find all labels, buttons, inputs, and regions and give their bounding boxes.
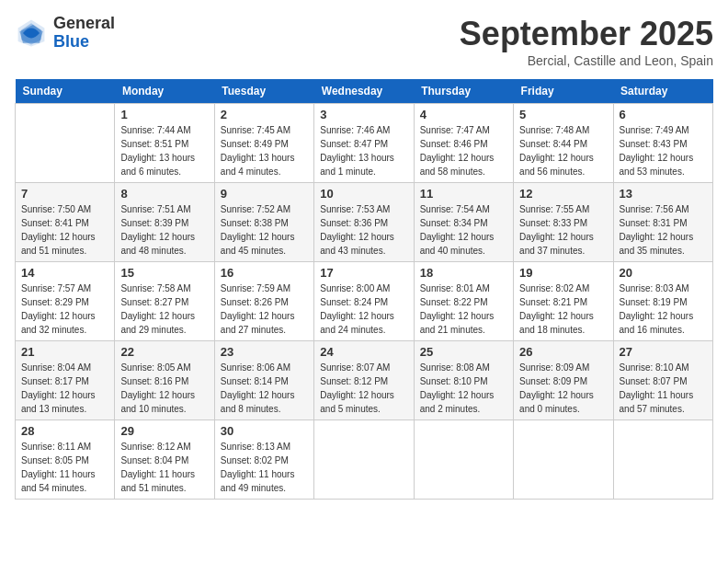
day-header-friday: Friday	[514, 79, 613, 104]
calendar-cell: 7Sunrise: 7:50 AM Sunset: 8:41 PM Daylig…	[16, 183, 115, 262]
calendar-week-row: 1Sunrise: 7:44 AM Sunset: 8:51 PM Daylig…	[16, 104, 713, 183]
day-info: Sunrise: 7:47 AM Sunset: 8:46 PM Dayligh…	[420, 123, 507, 178]
day-number: 17	[320, 266, 407, 280]
calendar-cell: 19Sunrise: 8:02 AM Sunset: 8:21 PM Dayli…	[514, 262, 613, 341]
day-header-tuesday: Tuesday	[214, 79, 313, 104]
header: General Blue September 2025 Bercial, Cas…	[15, 15, 713, 68]
calendar-cell: 26Sunrise: 8:09 AM Sunset: 8:09 PM Dayli…	[514, 341, 613, 420]
day-info: Sunrise: 8:03 AM Sunset: 8:19 PM Dayligh…	[620, 282, 707, 337]
calendar-week-row: 14Sunrise: 7:57 AM Sunset: 8:29 PM Dayli…	[16, 262, 713, 341]
day-info: Sunrise: 7:45 AM Sunset: 8:49 PM Dayligh…	[221, 123, 308, 178]
day-number: 20	[620, 266, 707, 280]
calendar-cell	[514, 420, 613, 500]
day-number: 16	[221, 266, 308, 280]
calendar-cell: 25Sunrise: 8:08 AM Sunset: 8:10 PM Dayli…	[414, 341, 513, 420]
day-info: Sunrise: 7:59 AM Sunset: 8:26 PM Dayligh…	[221, 282, 308, 337]
calendar-cell	[314, 420, 414, 500]
day-number: 14	[21, 266, 108, 280]
calendar-cell: 28Sunrise: 8:11 AM Sunset: 8:05 PM Dayli…	[16, 420, 115, 500]
day-number: 19	[519, 266, 607, 280]
calendar-week-row: 7Sunrise: 7:50 AM Sunset: 8:41 PM Daylig…	[16, 183, 713, 262]
calendar-cell: 15Sunrise: 7:58 AM Sunset: 8:27 PM Dayli…	[115, 262, 214, 341]
calendar-cell: 6Sunrise: 7:49 AM Sunset: 8:43 PM Daylig…	[613, 104, 712, 183]
day-info: Sunrise: 8:07 AM Sunset: 8:12 PM Dayligh…	[320, 361, 407, 416]
day-info: Sunrise: 7:46 AM Sunset: 8:47 PM Dayligh…	[320, 123, 407, 178]
calendar-cell: 17Sunrise: 8:00 AM Sunset: 8:24 PM Dayli…	[314, 262, 414, 341]
calendar-cell: 30Sunrise: 8:13 AM Sunset: 8:02 PM Dayli…	[214, 420, 313, 500]
day-number: 24	[320, 345, 407, 359]
calendar-cell: 20Sunrise: 8:03 AM Sunset: 8:19 PM Dayli…	[613, 262, 712, 341]
day-header-monday: Monday	[115, 79, 214, 104]
calendar-cell: 11Sunrise: 7:54 AM Sunset: 8:34 PM Dayli…	[414, 183, 513, 262]
day-info: Sunrise: 7:44 AM Sunset: 8:51 PM Dayligh…	[120, 123, 208, 178]
day-info: Sunrise: 7:50 AM Sunset: 8:41 PM Dayligh…	[21, 202, 108, 258]
day-number: 15	[120, 266, 208, 280]
day-info: Sunrise: 7:57 AM Sunset: 8:29 PM Dayligh…	[21, 282, 108, 337]
day-number: 27	[620, 345, 707, 359]
calendar-cell: 27Sunrise: 8:10 AM Sunset: 8:07 PM Dayli…	[613, 341, 712, 420]
calendar-cell: 23Sunrise: 8:06 AM Sunset: 8:14 PM Dayli…	[214, 341, 313, 420]
day-number: 13	[620, 187, 707, 201]
day-info: Sunrise: 7:56 AM Sunset: 8:31 PM Dayligh…	[620, 202, 707, 258]
day-number: 18	[420, 266, 507, 280]
day-number: 26	[519, 345, 607, 359]
day-info: Sunrise: 8:04 AM Sunset: 8:17 PM Dayligh…	[21, 361, 108, 416]
day-number: 3	[320, 108, 407, 121]
calendar-cell: 5Sunrise: 7:48 AM Sunset: 8:44 PM Daylig…	[514, 104, 613, 183]
calendar-cell	[414, 420, 513, 500]
calendar-cell: 29Sunrise: 8:12 AM Sunset: 8:04 PM Dayli…	[115, 420, 214, 500]
day-number: 30	[221, 424, 308, 438]
calendar-cell: 3Sunrise: 7:46 AM Sunset: 8:47 PM Daylig…	[314, 104, 414, 183]
day-header-sunday: Sunday	[16, 79, 115, 104]
calendar-week-row: 28Sunrise: 8:11 AM Sunset: 8:05 PM Dayli…	[16, 420, 713, 500]
day-info: Sunrise: 8:08 AM Sunset: 8:10 PM Dayligh…	[420, 361, 507, 416]
month-title: September 2025	[460, 15, 713, 53]
day-number: 22	[120, 345, 208, 359]
day-header-saturday: Saturday	[613, 79, 712, 104]
day-info: Sunrise: 8:00 AM Sunset: 8:24 PM Dayligh…	[320, 282, 407, 337]
day-number: 7	[21, 187, 108, 201]
calendar-cell: 2Sunrise: 7:45 AM Sunset: 8:49 PM Daylig…	[214, 104, 313, 183]
calendar-cell: 10Sunrise: 7:53 AM Sunset: 8:36 PM Dayli…	[314, 183, 414, 262]
day-info: Sunrise: 8:10 AM Sunset: 8:07 PM Dayligh…	[620, 361, 707, 416]
day-number: 4	[420, 108, 507, 121]
day-number: 6	[620, 108, 707, 121]
day-number: 11	[420, 187, 507, 201]
calendar-body: 1Sunrise: 7:44 AM Sunset: 8:51 PM Daylig…	[16, 104, 713, 500]
day-info: Sunrise: 7:48 AM Sunset: 8:44 PM Dayligh…	[519, 123, 607, 178]
day-info: Sunrise: 8:02 AM Sunset: 8:21 PM Dayligh…	[519, 282, 607, 337]
calendar-cell: 18Sunrise: 8:01 AM Sunset: 8:22 PM Dayli…	[414, 262, 513, 341]
calendar-cell: 21Sunrise: 8:04 AM Sunset: 8:17 PM Dayli…	[16, 341, 115, 420]
calendar-cell: 4Sunrise: 7:47 AM Sunset: 8:46 PM Daylig…	[414, 104, 513, 183]
day-number: 12	[519, 187, 607, 201]
location: Bercial, Castille and Leon, Spain	[460, 53, 713, 68]
day-info: Sunrise: 7:58 AM Sunset: 8:27 PM Dayligh…	[120, 282, 208, 337]
day-info: Sunrise: 8:12 AM Sunset: 8:04 PM Dayligh…	[120, 440, 208, 495]
day-number: 2	[221, 108, 308, 121]
calendar-cell: 9Sunrise: 7:52 AM Sunset: 8:38 PM Daylig…	[214, 183, 313, 262]
logo: General Blue	[15, 15, 115, 52]
day-number: 28	[21, 424, 108, 438]
calendar-cell	[16, 104, 115, 183]
day-info: Sunrise: 8:09 AM Sunset: 8:09 PM Dayligh…	[519, 361, 607, 416]
calendar-cell: 8Sunrise: 7:51 AM Sunset: 8:39 PM Daylig…	[115, 183, 214, 262]
day-number: 9	[221, 187, 308, 201]
day-number: 10	[320, 187, 407, 201]
day-number: 21	[21, 345, 108, 359]
calendar-cell: 24Sunrise: 8:07 AM Sunset: 8:12 PM Dayli…	[314, 341, 414, 420]
day-info: Sunrise: 7:52 AM Sunset: 8:38 PM Dayligh…	[221, 202, 308, 258]
day-header-thursday: Thursday	[414, 79, 513, 104]
calendar-header-row: SundayMondayTuesdayWednesdayThursdayFrid…	[16, 79, 713, 104]
calendar-cell: 12Sunrise: 7:55 AM Sunset: 8:33 PM Dayli…	[514, 183, 613, 262]
day-info: Sunrise: 7:49 AM Sunset: 8:43 PM Dayligh…	[620, 123, 707, 178]
day-number: 23	[221, 345, 308, 359]
calendar-week-row: 21Sunrise: 8:04 AM Sunset: 8:17 PM Dayli…	[16, 341, 713, 420]
calendar-cell: 16Sunrise: 7:59 AM Sunset: 8:26 PM Dayli…	[214, 262, 313, 341]
calendar-cell: 22Sunrise: 8:05 AM Sunset: 8:16 PM Dayli…	[115, 341, 214, 420]
day-info: Sunrise: 7:51 AM Sunset: 8:39 PM Dayligh…	[120, 202, 208, 258]
day-info: Sunrise: 8:13 AM Sunset: 8:02 PM Dayligh…	[221, 440, 308, 495]
calendar-cell: 14Sunrise: 7:57 AM Sunset: 8:29 PM Dayli…	[16, 262, 115, 341]
day-number: 8	[120, 187, 208, 201]
day-info: Sunrise: 8:06 AM Sunset: 8:14 PM Dayligh…	[221, 361, 308, 416]
title-area: September 2025 Bercial, Castille and Leo…	[460, 15, 713, 68]
